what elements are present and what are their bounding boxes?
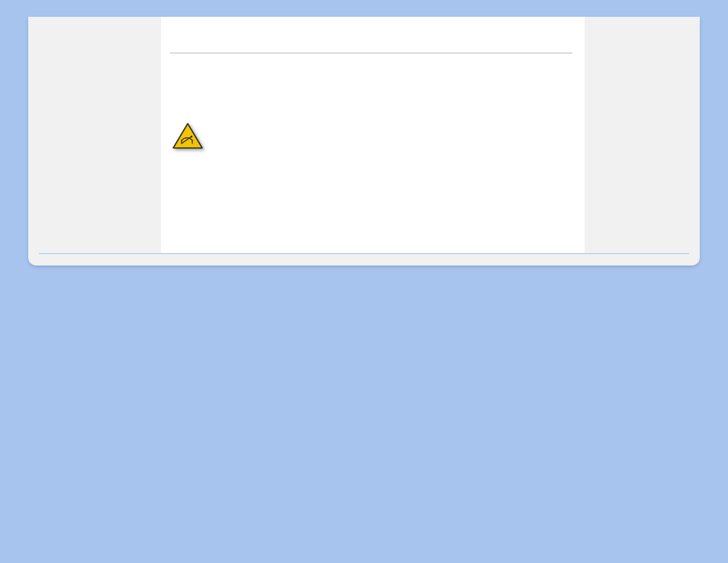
svg-point-1 — [191, 136, 192, 137]
footer-divider — [39, 253, 689, 254]
content-divider — [170, 53, 572, 53]
warning-icon — [172, 122, 206, 153]
main-content-area — [161, 17, 585, 253]
page-background — [0, 0, 728, 563]
content-panel — [28, 17, 700, 265]
